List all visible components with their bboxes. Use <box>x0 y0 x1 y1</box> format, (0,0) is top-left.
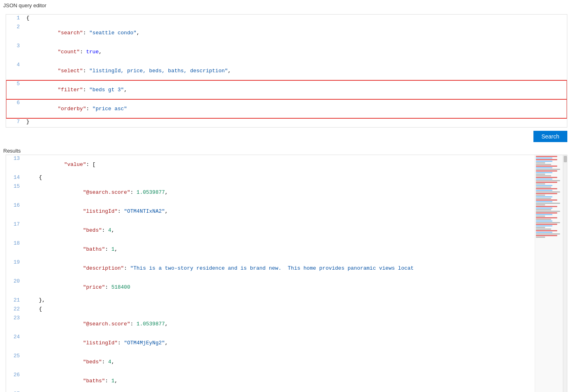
minimap-line <box>536 175 551 176</box>
editor-line-4: 4 "select": "listingId, price, beds, bat… <box>6 61 567 80</box>
rline-content-15: "@search.score": 1.0539877, <box>26 183 535 201</box>
result-line-26: 26 "baths": 1, <box>6 371 535 390</box>
minimap-line <box>536 235 557 236</box>
line-num-3: 3 <box>6 43 26 49</box>
minimap-line <box>536 212 557 214</box>
minimap-line <box>536 190 552 191</box>
result-line-20: 20 "price": 518400 <box>6 278 535 297</box>
minimap-line <box>536 198 551 199</box>
rline-content-22: { <box>26 306 535 312</box>
minimap-line <box>536 216 545 217</box>
minimap-line <box>536 222 560 223</box>
minimap-line <box>536 201 552 202</box>
results-main[interactable]: 13 "value": [ 14 { 15 "@search.score": 1… <box>6 155 535 392</box>
editor-title: JSON query editor <box>3 2 46 8</box>
minimap-line <box>536 178 552 180</box>
rline-num-26: 26 <box>6 372 26 378</box>
line-num-2: 2 <box>6 24 26 30</box>
result-line-25: 25 "beds": 4, <box>6 352 535 371</box>
minimap-line <box>536 230 557 231</box>
result-line-17: 17 "beds": 4, <box>6 221 535 240</box>
minimap-line <box>536 183 545 184</box>
minimap-scrollbar-thumb <box>564 156 567 162</box>
results-minimap <box>535 155 567 392</box>
minimap-line <box>536 191 560 193</box>
rline-num-23: 23 <box>6 315 26 321</box>
minimap-line <box>536 220 552 222</box>
minimap-line <box>536 157 552 159</box>
code-editor-content[interactable]: 1 { 2 "search": "seattle condo", 3 "coun… <box>6 15 567 127</box>
minimap-line <box>536 214 552 215</box>
minimap-line <box>536 211 560 212</box>
rline-num-18: 18 <box>6 240 26 246</box>
rline-content-20: "price": 518400 <box>26 278 535 296</box>
line-content-1: { <box>26 15 567 21</box>
minimap-line <box>536 217 557 218</box>
rline-content-16: "listingId": "OTM4NTIxNA2", <box>26 202 535 220</box>
rline-content-24: "listingId": "OTM4MjEyNg2", <box>26 334 535 352</box>
minimap-line <box>536 167 552 168</box>
minimap-line <box>536 195 545 196</box>
rline-num-21: 21 <box>6 297 26 303</box>
minimap-line <box>536 196 552 197</box>
result-line-24: 24 "listingId": "OTM4MjEyNg2", <box>6 333 535 352</box>
line-content-6: "orderby": "price asc" <box>26 100 567 118</box>
minimap-line <box>536 156 557 157</box>
line-num-5: 5 <box>6 81 26 87</box>
rline-content-25: "beds": 4, <box>26 353 535 371</box>
line-num-6: 6 <box>6 100 26 106</box>
rline-content-14: { <box>26 174 535 180</box>
minimap-line <box>536 199 557 201</box>
minimap-line <box>536 162 545 164</box>
result-line-16: 16 "listingId": "OTM4NTIxNA2", <box>6 202 535 221</box>
minimap-line <box>536 225 552 226</box>
minimap-line <box>536 177 557 178</box>
minimap-line <box>536 233 560 235</box>
minimap-line <box>536 187 551 188</box>
rline-num-22: 22 <box>6 306 26 312</box>
results-content: 13 "value": [ 14 { 15 "@search.score": 1… <box>6 155 567 392</box>
editor-line-2: 2 "search": "seattle condo", <box>6 23 567 42</box>
search-button-area: Search <box>0 128 573 145</box>
editor-line-3: 3 "count": true, <box>6 42 567 61</box>
minimap-line <box>536 209 551 210</box>
minimap-line <box>536 188 557 189</box>
rline-num-16: 16 <box>6 202 26 208</box>
rline-content-17: "beds": 4, <box>26 221 535 239</box>
minimap-line <box>536 203 560 204</box>
line-content-5: "filter": "beds gt 3", <box>26 81 567 99</box>
editor-line-6: 6 "orderby": "price asc" <box>6 99 567 118</box>
minimap-line <box>536 180 560 181</box>
minimap-line <box>536 174 545 175</box>
json-query-editor: 1 { 2 "search": "seattle condo", 3 "coun… <box>6 14 567 128</box>
rline-content-21: }, <box>26 297 535 303</box>
minimap-line <box>536 206 557 207</box>
results-label: Results <box>0 145 573 155</box>
minimap-line <box>536 164 551 165</box>
rline-num-15: 15 <box>6 183 26 189</box>
rline-num-17: 17 <box>6 221 26 227</box>
minimap-line <box>536 208 552 209</box>
minimap-line <box>536 228 551 230</box>
rline-content-19: "description": "This is a two-story resi… <box>26 259 535 277</box>
minimap-content <box>535 155 567 239</box>
minimap-line <box>536 193 557 194</box>
rline-num-13: 13 <box>6 155 26 161</box>
rline-num-25: 25 <box>6 353 26 359</box>
results-section: 13 "value": [ 14 { 15 "@search.score": 1… <box>6 155 567 392</box>
minimap-line <box>536 185 552 186</box>
search-button[interactable]: Search <box>533 131 567 142</box>
rline-content-26: "baths": 1, <box>26 372 535 390</box>
rline-num-20: 20 <box>6 278 26 284</box>
rline-num-19: 19 <box>6 259 26 265</box>
line-num-1: 1 <box>6 15 26 21</box>
minimap-line <box>536 169 560 170</box>
result-line-13: 13 "value": [ <box>6 155 535 174</box>
page-container: JSON query editor 1 { 2 "search": "seatt… <box>0 0 573 392</box>
rline-content-13: "value": [ <box>26 155 535 174</box>
minimap-line <box>536 219 551 220</box>
editor-title-bar: JSON query editor <box>0 0 573 10</box>
minimap-line <box>536 161 552 162</box>
minimap-scrollbar <box>563 155 567 392</box>
minimap-line <box>536 170 557 172</box>
